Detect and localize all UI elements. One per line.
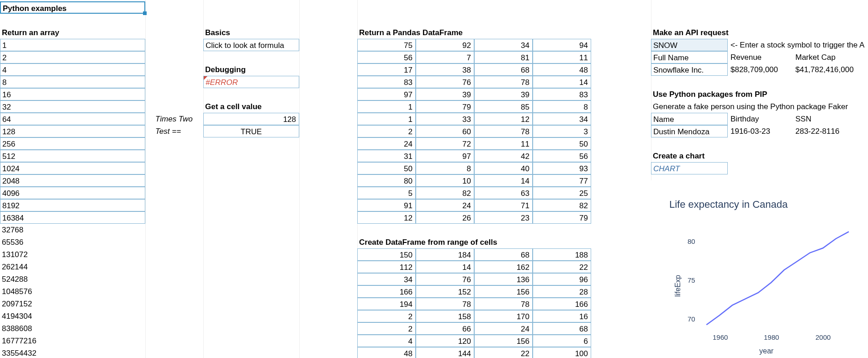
- array-cell[interactable]: 2: [0, 51, 145, 63]
- cell-api-col-1[interactable]: Revenue: [729, 51, 793, 63]
- cell-pip-val-0[interactable]: Dustin Mendoza: [651, 125, 728, 137]
- df-cell[interactable]: 50: [357, 162, 416, 174]
- df-cell[interactable]: 76: [416, 273, 474, 285]
- array-cell[interactable]: 2097152: [0, 298, 145, 310]
- array-cell[interactable]: 262144: [0, 261, 145, 273]
- df-cell[interactable]: 31: [357, 150, 416, 162]
- df-cell[interactable]: 83: [357, 76, 416, 88]
- cell-pip-val-2[interactable]: 283-22-8116: [794, 125, 867, 137]
- df-cell[interactable]: 136: [474, 273, 533, 285]
- df-cell[interactable]: 1: [357, 100, 416, 113]
- df-cell[interactable]: 14: [416, 261, 474, 273]
- df-cell[interactable]: 7: [416, 51, 474, 63]
- array-cell[interactable]: 32: [0, 100, 145, 113]
- header-chart[interactable]: Create a chart: [651, 150, 742, 162]
- df-cell[interactable]: 10: [416, 174, 474, 187]
- df-cell[interactable]: 50: [533, 137, 591, 150]
- df-cell[interactable]: 42: [474, 150, 533, 162]
- header-debugging[interactable]: Debugging: [203, 63, 299, 76]
- df-cell[interactable]: 12: [357, 211, 416, 224]
- df-cell[interactable]: 6: [533, 335, 591, 347]
- cell-basics-formula[interactable]: Click to look at formula: [203, 39, 299, 51]
- cell-api-val-2[interactable]: $41,782,416,000: [794, 63, 868, 76]
- array-cell[interactable]: 8388608: [0, 322, 145, 335]
- df-cell[interactable]: 2: [357, 322, 416, 335]
- df-cell[interactable]: 60: [416, 125, 474, 137]
- df-cell[interactable]: 79: [533, 211, 591, 224]
- spreadsheet-sheet[interactable]: Python examples Return an array 12481632…: [0, 0, 868, 358]
- array-cell[interactable]: 16: [0, 88, 145, 100]
- array-cell[interactable]: 1048576: [0, 285, 145, 298]
- cell-api-val-0[interactable]: Snowflake Inc.: [651, 63, 728, 76]
- cell-pip-val-1[interactable]: 1916-03-23: [729, 125, 793, 137]
- df-cell[interactable]: 78: [474, 298, 533, 310]
- array-cell[interactable]: 65536: [0, 236, 145, 248]
- df-cell[interactable]: 184: [416, 248, 474, 261]
- df-cell[interactable]: 112: [357, 261, 416, 273]
- df-cell[interactable]: 11: [474, 137, 533, 150]
- df-cell[interactable]: 26: [416, 211, 474, 224]
- df-cell[interactable]: 152: [416, 285, 474, 298]
- df-cell[interactable]: 78: [474, 76, 533, 88]
- df-cell[interactable]: 188: [533, 248, 591, 261]
- df-cell[interactable]: 39: [474, 88, 533, 100]
- df-cell[interactable]: 158: [416, 310, 474, 322]
- df-cell[interactable]: 56: [533, 150, 591, 162]
- df-cell[interactable]: 16: [533, 310, 591, 322]
- df-cell[interactable]: 71: [474, 199, 533, 211]
- df-cell[interactable]: 72: [416, 137, 474, 150]
- cell-api-col-0[interactable]: Full Name: [651, 51, 728, 63]
- df-cell[interactable]: 78: [474, 125, 533, 137]
- df-cell[interactable]: 150: [357, 248, 416, 261]
- df-cell[interactable]: 2: [357, 310, 416, 322]
- cell-getcell-true[interactable]: TRUE: [203, 125, 299, 137]
- df-cell[interactable]: 22: [474, 347, 533, 358]
- array-cell[interactable]: 524288: [0, 273, 145, 285]
- df-cell[interactable]: 8: [416, 162, 474, 174]
- df-cell[interactable]: 162: [474, 261, 533, 273]
- df-cell[interactable]: 156: [474, 285, 533, 298]
- df-cell[interactable]: 8: [533, 100, 591, 113]
- df-cell[interactable]: 92: [416, 39, 474, 51]
- df-cell[interactable]: 78: [416, 298, 474, 310]
- array-cell[interactable]: 8192: [0, 199, 145, 211]
- df-cell[interactable]: 11: [533, 51, 591, 63]
- cell-api-col-2[interactable]: Market Cap: [794, 51, 867, 63]
- df-cell[interactable]: 97: [416, 150, 474, 162]
- df-cell[interactable]: 40: [474, 162, 533, 174]
- df-cell[interactable]: 34: [533, 113, 591, 125]
- df-cell[interactable]: 144: [416, 347, 474, 358]
- df-cell[interactable]: 68: [474, 248, 533, 261]
- array-cell[interactable]: 33554432: [0, 347, 145, 358]
- df-cell[interactable]: 39: [416, 88, 474, 100]
- header-get-cell[interactable]: Get a cell value: [203, 100, 299, 113]
- df-cell[interactable]: 82: [533, 199, 591, 211]
- df-cell[interactable]: 63: [474, 187, 533, 199]
- array-cell[interactable]: 1024: [0, 162, 145, 174]
- df-cell[interactable]: 120: [416, 335, 474, 347]
- df-cell[interactable]: 14: [533, 76, 591, 88]
- df-cell[interactable]: 22: [533, 261, 591, 273]
- df-cell[interactable]: 96: [533, 273, 591, 285]
- df-cell[interactable]: 91: [357, 199, 416, 211]
- df-cell[interactable]: 75: [357, 39, 416, 51]
- df-cell[interactable]: 17: [357, 63, 416, 76]
- df-cell[interactable]: 25: [533, 187, 591, 199]
- df-cell[interactable]: 166: [357, 285, 416, 298]
- df-cell[interactable]: 77: [533, 174, 591, 187]
- df-cell[interactable]: 170: [474, 310, 533, 322]
- df-cell[interactable]: 1: [357, 113, 416, 125]
- header-pip[interactable]: Use Python packages from PIP: [651, 88, 834, 100]
- cell-title[interactable]: Python examples: [0, 1, 145, 14]
- array-cell[interactable]: 4096: [0, 187, 145, 199]
- df-cell[interactable]: 81: [474, 51, 533, 63]
- df-cell[interactable]: 4: [357, 335, 416, 347]
- array-cell[interactable]: 64: [0, 113, 145, 125]
- cell-pip-col-1[interactable]: Birthday: [729, 113, 793, 125]
- df-cell[interactable]: 24: [474, 322, 533, 335]
- df-cell[interactable]: 34: [357, 273, 416, 285]
- df-cell[interactable]: 93: [533, 162, 591, 174]
- df-cell[interactable]: 83: [533, 88, 591, 100]
- chart-life-expectancy[interactable]: Life expectancy in Canada 80 75 70 lifeE…: [651, 180, 866, 358]
- df-cell[interactable]: 3: [533, 125, 591, 137]
